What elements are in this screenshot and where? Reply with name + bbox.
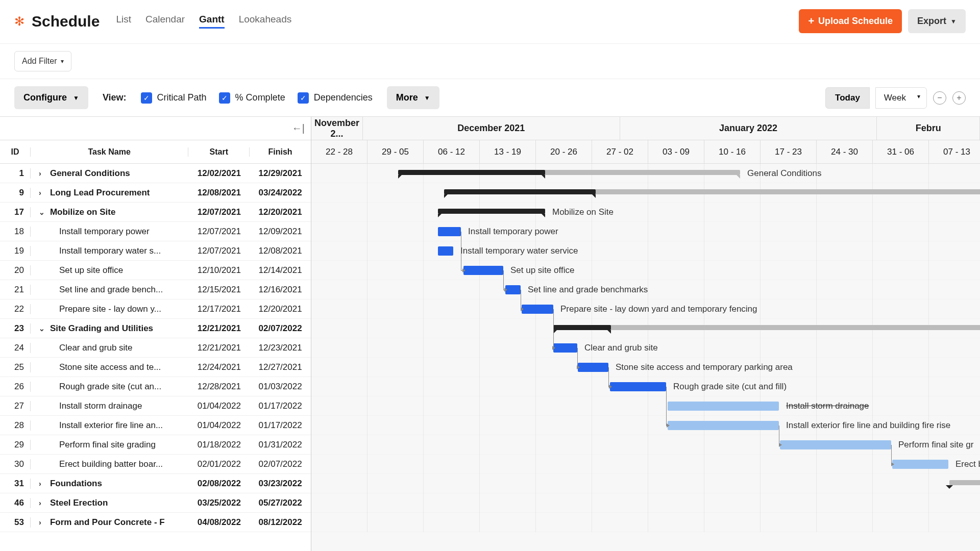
table-row[interactable]: 26Rough grade site (cut an...12/28/20210… [0, 377, 311, 396]
table-row[interactable]: 27Install storm drainage01/04/202201/17/… [0, 396, 311, 416]
chevron-down-icon[interactable]: ⌄ [39, 208, 46, 216]
bar-label: Install temporary power [468, 227, 558, 237]
task-start: 12/28/2021 [188, 382, 250, 392]
col-name[interactable]: Task Name [31, 147, 188, 157]
nav-tabs: ListCalendarGanttLookaheads [116, 14, 291, 29]
task-bar[interactable] [505, 285, 521, 294]
checkbox-icon: ✓ [141, 92, 152, 104]
gantt-row [311, 493, 980, 513]
summary-bar-outer[interactable] [949, 480, 980, 485]
task-bar[interactable] [578, 363, 608, 372]
gantt-row: General Conditions [311, 164, 980, 183]
task-id: 27 [0, 401, 31, 411]
more-button[interactable]: More ▼ [387, 86, 439, 109]
bar-label: Perform final site gr [898, 440, 973, 450]
task-bar[interactable] [438, 246, 453, 256]
bar-label: Set line and grade benchmarks [528, 285, 648, 295]
task-name: ⌄Site Grading and Utilities [31, 323, 189, 334]
table-row[interactable]: 22Prepare site - lay down y...12/17/2021… [0, 299, 311, 319]
chevron-right-icon[interactable]: › [39, 189, 46, 197]
filter-row: Add Filter ▾ [0, 44, 980, 79]
chevron-down-icon[interactable]: ⌄ [39, 324, 46, 333]
task-finish: 02/07/2022 [250, 459, 311, 469]
table-row[interactable]: 28Install exterior fire line an...01/04/… [0, 416, 311, 435]
collapse-pane: ←| [0, 117, 311, 140]
table-row[interactable]: 18Install temporary power12/07/202112/09… [0, 222, 311, 241]
task-bar[interactable] [553, 343, 577, 353]
tab-list[interactable]: List [116, 14, 131, 29]
col-start[interactable]: Start [188, 147, 250, 157]
col-id[interactable]: ID [0, 147, 31, 157]
table-row[interactable]: 23⌄Site Grading and Utilities12/21/20210… [0, 319, 311, 338]
export-button[interactable]: Export ▼ [908, 9, 966, 33]
table-row[interactable]: 9›Long Lead Procurement12/08/202103/24/2… [0, 183, 311, 203]
checkbox-critical-path[interactable]: ✓Critical Path [141, 92, 207, 104]
task-finish: 12/08/2021 [250, 246, 311, 256]
collapse-left-icon[interactable]: ←| [292, 122, 305, 134]
summary-bar-outer[interactable] [553, 325, 980, 330]
week-header: 07 - 13 [929, 140, 980, 163]
week-header: 29 - 05 [368, 140, 424, 163]
table-row[interactable]: 31›Foundations02/08/202203/23/2022 [0, 474, 311, 493]
table-row[interactable]: 29Perform final site grading01/18/202201… [0, 435, 311, 455]
task-start: 12/07/2021 [188, 246, 250, 256]
chevron-right-icon[interactable]: › [39, 169, 46, 178]
task-bar[interactable] [438, 227, 461, 236]
task-start: 12/17/2021 [188, 304, 250, 314]
table-row[interactable]: 19Install temporary water s...12/07/2021… [0, 241, 311, 261]
add-filter-button[interactable]: Add Filter ▾ [14, 51, 71, 71]
task-name: Erect building batter boar... [31, 459, 189, 469]
gantt-row: Rough grade site (cut and fill) [311, 377, 980, 396]
column-headers: ID Task Name Start Finish [0, 140, 311, 164]
dependency-line [608, 367, 609, 387]
task-bar[interactable] [780, 440, 891, 449]
dependency-arrow-icon [462, 268, 465, 272]
configure-button[interactable]: Configure ▼ [14, 86, 88, 109]
task-bar[interactable] [668, 421, 779, 430]
table-row[interactable]: 21Set line and grade bench...12/15/20211… [0, 280, 311, 299]
task-start: 01/04/2022 [188, 420, 250, 431]
task-bar[interactable] [610, 382, 666, 391]
table-row[interactable]: 53›Form and Pour Concrete - F04/08/20220… [0, 513, 311, 532]
chevron-right-icon[interactable]: › [39, 518, 46, 527]
checkbox--complete[interactable]: ✓% Complete [219, 92, 285, 104]
gantt-bars: General ConditionsMobilize on SiteInstal… [311, 164, 980, 532]
tab-calendar[interactable]: Calendar [145, 14, 185, 29]
gantt-body: General ConditionsMobilize on SiteInstal… [311, 164, 980, 532]
month-header: November 2... [311, 117, 363, 140]
dependency-line [779, 425, 779, 445]
task-start: 12/21/2021 [188, 323, 250, 334]
task-bar[interactable] [522, 305, 553, 314]
table-row[interactable]: 24Clear and grub site12/21/202112/23/202… [0, 338, 311, 358]
task-name: Set up site office [31, 265, 189, 276]
table-row[interactable]: 17⌄Mobilize on Site12/07/202112/20/2021 [0, 203, 311, 222]
table-row[interactable]: 46›Steel Erection03/25/202205/27/2022 [0, 493, 311, 513]
table-row[interactable]: 25Stone site access and te...12/24/20211… [0, 358, 311, 377]
task-bar[interactable] [892, 460, 948, 469]
zoom-in-button[interactable]: + [952, 91, 966, 105]
task-finish: 08/12/2022 [250, 517, 311, 528]
upload-schedule-button[interactable]: + Upload Schedule [799, 9, 902, 33]
table-row[interactable]: 1›General Conditions12/02/202112/29/2021 [0, 164, 311, 183]
tab-lookaheads[interactable]: Lookaheads [239, 14, 292, 29]
table-row[interactable]: 30Erect building batter boar...02/01/202… [0, 455, 311, 474]
tab-gantt[interactable]: Gantt [199, 14, 225, 29]
table-row[interactable]: 20Set up site office12/10/202112/14/2021 [0, 261, 311, 280]
chevron-right-icon[interactable]: › [39, 480, 46, 488]
checkbox-dependencies[interactable]: ✓Dependencies [298, 92, 373, 104]
task-id: 24 [0, 343, 31, 353]
task-id: 46 [0, 498, 31, 508]
task-finish: 01/03/2022 [250, 382, 311, 392]
zoom-out-button[interactable]: − [933, 91, 946, 105]
task-name: Rough grade site (cut an... [31, 382, 189, 392]
range-select[interactable]: Week ▾ [875, 87, 927, 109]
gantt-timeline[interactable]: November 2...December 2021January 2022Fe… [311, 117, 980, 551]
chevron-right-icon[interactable]: › [39, 499, 46, 507]
task-bar[interactable] [463, 266, 503, 275]
task-id: 20 [0, 265, 31, 276]
summary-bar-progress [398, 170, 545, 175]
task-bar[interactable] [668, 402, 779, 411]
today-button[interactable]: Today [825, 87, 870, 109]
col-finish[interactable]: Finish [250, 147, 311, 157]
week-header: 17 - 23 [761, 140, 817, 163]
